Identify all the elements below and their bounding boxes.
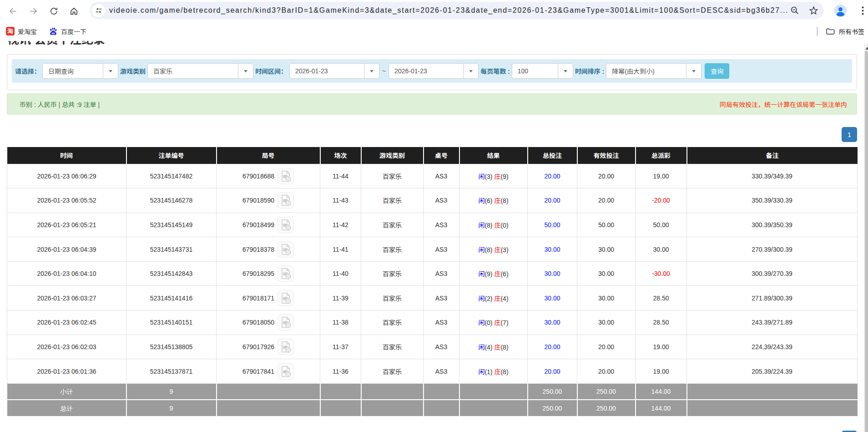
bet-no-cell: 523145143731 xyxy=(126,237,217,262)
forward-icon xyxy=(29,6,38,16)
banker-result: 庄 xyxy=(494,173,500,180)
table-row: 2026-01-23 06:05:52523145146278679018590… xyxy=(7,188,858,213)
session-cell: 11-43 xyxy=(320,188,361,213)
player-result-score: (1) xyxy=(484,368,492,376)
total-bet-cell[interactable]: 30.00 xyxy=(528,286,577,310)
game-type-select[interactable]: 百家乐 xyxy=(147,63,253,79)
total-bet-cell[interactable]: 30.00 xyxy=(528,261,577,286)
scrollbar-up-arrow-icon[interactable] xyxy=(865,47,868,50)
total-bet-cell[interactable]: 20.00 xyxy=(528,164,577,188)
total-bet-cell[interactable]: 20.00 xyxy=(528,335,577,359)
back-icon xyxy=(8,6,18,16)
zoom-button[interactable] xyxy=(789,5,800,16)
session-cell: 11-37 xyxy=(320,335,361,359)
bet-no-cell: 523145147482 xyxy=(126,164,217,188)
result-cell: 闲(3) 庄(9) xyxy=(459,164,528,188)
video-record-button[interactable] xyxy=(278,363,294,380)
table-row: 2026-01-23 06:04:39523145143731679018378… xyxy=(7,237,858,262)
summary-cell xyxy=(320,400,361,416)
date-start-dropdown-button[interactable] xyxy=(364,64,379,78)
bet-time-cell: 2026-01-23 06:03:27 xyxy=(7,286,126,310)
valid-bet-cell: 20.00 xyxy=(577,335,636,359)
result-cell: 闲(9) 庄(6) xyxy=(459,261,528,286)
game-type-cell: 百家乐 xyxy=(361,188,424,213)
video-record-icon xyxy=(279,193,293,207)
bookmark-item-baidu[interactable]: du 百度一下 xyxy=(49,25,86,37)
page-size-select[interactable]: 100 xyxy=(512,63,573,79)
query-type-dropdown-button[interactable] xyxy=(103,64,118,78)
video-record-icon xyxy=(279,365,293,378)
table-row: 2026-01-23 06:05:21523145145149679018499… xyxy=(7,213,858,237)
session-cell: 11-39 xyxy=(320,286,361,310)
player-result: 闲 xyxy=(478,246,484,254)
date-start-input[interactable]: 2026-01-23 xyxy=(289,63,379,79)
video-record-button[interactable] xyxy=(278,314,294,330)
round-no-cell: 679018171 xyxy=(217,286,320,310)
summary-cell xyxy=(320,383,361,400)
game-type-cell: 百家乐 xyxy=(361,310,424,335)
table-no-cell: AS3 xyxy=(424,261,459,286)
search-button[interactable]: 查询 xyxy=(705,63,729,79)
chevron-down-icon xyxy=(692,70,696,72)
video-record-icon xyxy=(279,169,293,183)
video-record-button[interactable] xyxy=(278,241,294,258)
bet-records-table: 时间注单编号局号场次游戏类别桌号结果总投注有效投注总派彩备注 2026-01-2… xyxy=(7,147,858,416)
pagination-page-1-top[interactable]: 1 xyxy=(842,127,857,142)
address-bar[interactable]: videoie.com/game/betrecord_search/kind3?… xyxy=(90,2,824,19)
browser-menu-button[interactable] xyxy=(858,5,867,15)
subtotal-row: 小计9250.00250.00144.00 xyxy=(7,383,858,400)
round-no-text: 679018378 xyxy=(242,246,274,253)
video-record-button[interactable] xyxy=(278,290,294,306)
result-cell: 闲(4) 庄(8) xyxy=(459,335,528,359)
banker-result-score: (3) xyxy=(500,246,508,254)
total-bet-cell[interactable]: 50.00 xyxy=(528,213,577,237)
video-record-button[interactable] xyxy=(278,192,294,208)
reload-button[interactable] xyxy=(49,6,59,16)
all-bookmarks-label: 所有书签 xyxy=(839,27,864,36)
notice-text: 同局有效投注，统一计算在该局第一张注单内 xyxy=(720,100,847,109)
sort-order-select[interactable]: 降幂(由大到小) xyxy=(606,63,701,79)
video-record-button[interactable] xyxy=(278,168,294,184)
player-result-score: (6) xyxy=(484,197,492,204)
round-no-cell: 679018295 xyxy=(217,261,320,286)
table-row: 2026-01-23 06:02:45523145140151679018050… xyxy=(7,310,858,335)
chevron-down-icon xyxy=(469,70,473,72)
game-type-dropdown-button[interactable] xyxy=(238,64,253,78)
home-button[interactable] xyxy=(69,6,79,16)
all-bookmarks-button[interactable]: 所有书签 xyxy=(826,26,864,36)
date-range-separator: ~ xyxy=(382,67,386,75)
profile-button[interactable] xyxy=(834,5,847,17)
back-button[interactable] xyxy=(8,6,18,16)
remark-cell: 224.39/243.39 xyxy=(687,335,858,359)
date-end-dropdown-button[interactable] xyxy=(463,64,478,78)
video-record-button[interactable] xyxy=(278,217,294,233)
round-no-cell: 679018378 xyxy=(217,237,320,262)
video-record-button[interactable] xyxy=(278,265,294,282)
table-no-cell: AS3 xyxy=(424,359,459,384)
svg-text:du: du xyxy=(52,32,56,35)
url-text[interactable]: videoie.com/game/betrecord_search/kind3?… xyxy=(109,6,789,15)
total-bet-cell[interactable]: 20.00 xyxy=(528,359,577,384)
total-bet-cell[interactable]: 30.00 xyxy=(528,237,577,262)
banker-result-score: (0) xyxy=(500,222,508,229)
bookmark-item-taobao[interactable]: 淘 爱淘宝 xyxy=(6,25,37,37)
video-record-button[interactable] xyxy=(278,339,294,355)
summary-cell: 250.00 xyxy=(577,383,636,400)
payout-cell: 28.50 xyxy=(636,310,687,335)
payout-cell: 19.00 xyxy=(636,359,687,384)
page-size-dropdown-button[interactable] xyxy=(558,64,573,78)
round-no-text: 679018499 xyxy=(242,221,274,229)
date-end-input[interactable]: 2026-01-23 xyxy=(389,63,479,79)
page-scrollbar-thumb[interactable] xyxy=(865,51,868,432)
total-bet-cell[interactable]: 20.00 xyxy=(528,188,577,213)
site-settings-button[interactable] xyxy=(92,4,105,17)
player-result: 闲 xyxy=(478,173,484,180)
forward-button[interactable] xyxy=(28,6,38,16)
bookmark-button[interactable] xyxy=(808,5,819,16)
sort-order-dropdown-button[interactable] xyxy=(686,64,701,78)
player-result-score: (9) xyxy=(484,270,492,278)
table-no-cell: AS3 xyxy=(424,188,459,213)
total-bet-cell[interactable]: 30.00 xyxy=(528,310,577,335)
query-type-select[interactable]: 日期查询 xyxy=(42,63,118,79)
summary-cell: 250.00 xyxy=(577,400,636,416)
